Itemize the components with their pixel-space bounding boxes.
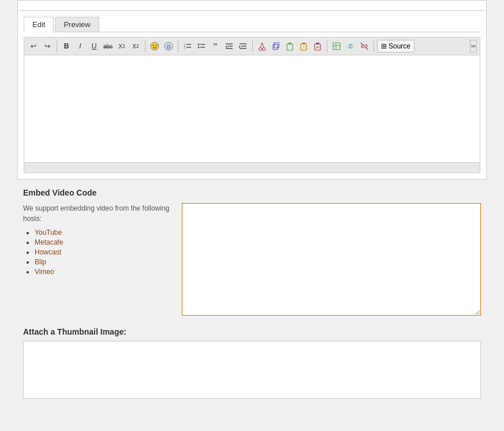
list-item: Metacafe [35, 238, 173, 246]
editor-section: Edit Preview ↩ ↪ B I U abc X2 X2 [17, 10, 487, 179]
svg-text:T: T [303, 46, 305, 49]
indent-button[interactable] [237, 40, 249, 53]
list-item: Howcast [35, 248, 173, 256]
embed-section: Embed Video Code We support embedding vi… [17, 179, 487, 321]
unordered-list-button[interactable] [195, 40, 208, 53]
redo-button[interactable]: ↪ [41, 40, 54, 53]
svg-point-2 [156, 45, 157, 46]
bold-button[interactable]: B [60, 40, 73, 53]
svg-rect-30 [302, 43, 305, 44]
svg-line-23 [260, 43, 262, 48]
embed-content: We support embedding video from the foll… [23, 203, 481, 316]
list-item: Vimeo [35, 268, 173, 276]
special-char-button[interactable]: Ω [162, 40, 175, 53]
svg-text:2.: 2. [184, 46, 186, 49]
unlink-button[interactable] [358, 40, 371, 53]
undo-button[interactable]: ↩ [27, 40, 40, 53]
embed-description: We support embedding video from the foll… [23, 203, 173, 224]
scroll-indicator [471, 45, 476, 47]
embed-title: Embed Video Code [23, 188, 481, 197]
list-item: YouTube [35, 228, 173, 237]
editor-container: ↩ ↪ B I U abc X2 X2 Ω [24, 37, 480, 173]
svg-line-24 [262, 43, 264, 48]
ordered-list-button[interactable]: 1.2. [181, 40, 194, 53]
source-button[interactable]: ⊞ Source [377, 40, 415, 53]
host-blip-link[interactable]: Blip [35, 258, 46, 266]
embed-hosts-list: YouTube Metacafe Howcast Blip Vimeo [23, 228, 173, 276]
italic-button[interactable]: I [74, 40, 87, 53]
separator-6 [374, 40, 374, 52]
source-label: Source [389, 42, 410, 50]
source-icon: ⊞ [381, 42, 387, 50]
svg-rect-33 [316, 43, 319, 44]
top-divider [17, 0, 487, 10]
separator-1 [57, 40, 57, 52]
tab-edit[interactable]: Edit [24, 17, 54, 32]
editor-body[interactable] [24, 55, 480, 162]
svg-point-22 [263, 48, 266, 51]
svg-rect-28 [288, 43, 292, 44]
paste-text-button[interactable]: T [297, 40, 310, 53]
underline-button[interactable]: U [88, 40, 100, 53]
table-button[interactable] [330, 40, 343, 53]
editor-bottom-bar [24, 162, 480, 173]
paste-word-button[interactable]: W [311, 40, 324, 53]
svg-rect-27 [287, 44, 293, 50]
svg-marker-16 [225, 46, 227, 48]
svg-rect-35 [333, 43, 340, 50]
cut-button[interactable] [256, 40, 268, 53]
subscript-button[interactable]: X2 [115, 40, 128, 53]
svg-point-0 [151, 42, 159, 50]
list-item: Blip [35, 258, 173, 266]
paste-button[interactable] [283, 40, 296, 53]
separator-2 [145, 40, 145, 52]
strikethrough-button[interactable]: abc [102, 40, 114, 53]
separator-4 [252, 40, 253, 52]
tabs-container: Edit Preview [24, 17, 480, 32]
svg-marker-20 [239, 46, 241, 48]
superscript-button[interactable]: X2 [129, 40, 142, 53]
thumbnail-title: Attach a Thumbnail Image: [23, 327, 481, 336]
smiley-button[interactable] [148, 40, 161, 53]
svg-point-1 [153, 45, 154, 46]
link-button[interactable] [344, 40, 357, 53]
svg-point-9 [198, 44, 200, 46]
blockquote-button[interactable]: " [209, 40, 222, 53]
host-metacafe-link[interactable]: Metacafe [35, 238, 63, 246]
embed-info: We support embedding video from the foll… [23, 203, 173, 278]
svg-text:W: W [316, 46, 319, 49]
svg-point-21 [259, 48, 262, 51]
svg-point-11 [198, 47, 200, 48]
toolbar: ↩ ↪ B I U abc X2 X2 Ω [24, 38, 480, 55]
toolbar-scrollbar[interactable] [470, 40, 477, 53]
svg-line-39 [361, 43, 368, 50]
embed-code-textarea[interactable] [182, 203, 481, 316]
separator-5 [327, 40, 327, 52]
outdent-button[interactable] [223, 40, 236, 53]
host-howcast-link[interactable]: Howcast [35, 248, 61, 256]
separator-3 [178, 40, 178, 52]
tab-preview[interactable]: Preview [55, 17, 99, 32]
thumbnail-section: Attach a Thumbnail Image: [17, 321, 487, 404]
svg-line-38 [349, 45, 352, 47]
svg-text:Ω: Ω [167, 44, 171, 50]
copy-button[interactable] [270, 40, 282, 53]
page-wrapper: Edit Preview ↩ ↪ B I U abc X2 X2 [0, 0, 504, 431]
thumbnail-box [23, 341, 481, 399]
host-vimeo-link[interactable]: Vimeo [35, 268, 54, 276]
svg-rect-25 [273, 44, 278, 50]
host-youtube-link[interactable]: YouTube [35, 228, 62, 237]
svg-rect-26 [274, 43, 279, 48]
